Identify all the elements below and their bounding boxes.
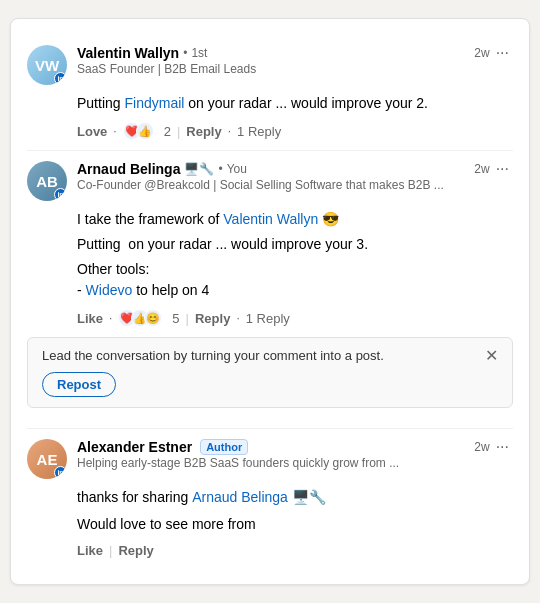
avatar-badge: in <box>54 72 67 85</box>
reply-count: 1 Reply <box>237 124 281 139</box>
reply-button[interactable]: Reply <box>195 311 230 326</box>
timestamp: 2w <box>474 440 489 454</box>
avatar-badge: in <box>54 188 67 201</box>
comment-block: VW in Valentin Wallyn • 1st 2w ··· SaaS … <box>27 35 513 151</box>
reaction-smile-icon: 😊 <box>144 309 162 327</box>
like-button[interactable]: Love <box>77 124 107 139</box>
degree: • <box>183 46 187 60</box>
reaction-count: 5 <box>172 311 179 326</box>
header-right: 2w ··· <box>474 161 513 177</box>
name-row: Valentin Wallyn • 1st 2w ··· <box>77 45 513 61</box>
author-name: Arnaud Belinga <box>77 161 180 177</box>
more-button[interactable]: ··· <box>492 161 513 177</box>
comments-card: VW in Valentin Wallyn • 1st 2w ··· SaaS … <box>10 18 530 585</box>
name-row: Arnaud Belinga 🖥️🔧 • You 2w ··· <box>77 161 513 177</box>
like-button[interactable]: Like <box>77 311 103 326</box>
name-row: Alexander Estner Author 2w ··· <box>77 439 513 455</box>
repost-text: Lead the conversation by turning your co… <box>42 348 485 363</box>
findymail-link[interactable]: Findymail <box>124 95 184 111</box>
author-subtitle: Helping early-stage B2B SaaS founders qu… <box>77 456 513 470</box>
header-info: Valentin Wallyn • 1st 2w ··· SaaS Founde… <box>77 45 513 76</box>
author-name: Alexander Estner <box>77 439 192 455</box>
valentin-link[interactable]: Valentin Wallyn <box>223 211 318 227</box>
header-info: Alexander Estner Author 2w ··· Helping e… <box>77 439 513 470</box>
author-name: Valentin Wallyn <box>77 45 179 61</box>
reaction-icons: ❤️ 👍 😊 <box>118 309 157 327</box>
comment-text: Putting Findymail on your radar ... woul… <box>77 93 513 114</box>
degree-label: 1st <box>191 46 207 60</box>
comment-body: thanks for sharing Arnaud Belinga 🖥️🔧 Wo… <box>77 487 513 535</box>
reaction-count: 2 <box>164 124 171 139</box>
comment-header: AE in Alexander Estner Author 2w ··· Hel… <box>27 439 513 479</box>
avatar: AE in <box>27 439 67 479</box>
actions-row: Like · ❤️ 👍 😊 5 | Reply · 1 Reply <box>77 309 513 327</box>
more-button[interactable]: ··· <box>492 439 513 455</box>
avatar-badge: in <box>54 466 67 479</box>
actions-row: Love · ❤️ 👍 2 | Reply · 1 Reply <box>77 122 513 140</box>
author-subtitle: Co-Founder @Breakcold | Social Selling S… <box>77 178 513 192</box>
author-badge: Author <box>200 439 248 455</box>
comment-header: AB in Arnaud Belinga 🖥️🔧 • You 2w ··· Co… <box>27 161 513 201</box>
header-right: 2w ··· <box>474 439 513 455</box>
timestamp: 2w <box>474 46 489 60</box>
comment-body: Putting Findymail on your radar ... woul… <box>77 93 513 114</box>
header-right: 2w ··· <box>474 45 513 61</box>
comment-text: thanks for sharing Arnaud Belinga 🖥️🔧 <box>77 487 513 508</box>
reaction-icons: ❤️ 👍 <box>123 122 149 140</box>
you-label: You <box>227 162 247 176</box>
avatar: VW in <box>27 45 67 85</box>
widevo-link[interactable]: Widevo <box>86 282 133 298</box>
comment-text-2: Would love to see more from <box>77 514 513 535</box>
repost-banner: Lead the conversation by turning your co… <box>27 337 513 408</box>
repost-banner-top: Lead the conversation by turning your co… <box>42 348 498 364</box>
reply-count: 1 Reply <box>246 311 290 326</box>
comment-text-3: Other tools:- Widevo to help on 4 <box>77 259 513 301</box>
repost-button[interactable]: Repost <box>42 372 116 397</box>
author-emoji: 🖥️🔧 <box>184 162 214 176</box>
comment-body: I take the framework of Valentin Wallyn … <box>77 209 513 301</box>
avatar: AB in <box>27 161 67 201</box>
comment-block: AB in Arnaud Belinga 🖥️🔧 • You 2w ··· Co… <box>27 151 513 429</box>
author-subtitle: SaaS Founder | B2B Email Leads <box>77 62 513 76</box>
comment-text-2: Putting on your radar ... would improve … <box>77 234 513 255</box>
close-button[interactable]: ✕ <box>485 348 498 364</box>
reply-button[interactable]: Reply <box>186 124 221 139</box>
more-button[interactable]: ··· <box>492 45 513 61</box>
like-button[interactable]: Like <box>77 543 103 558</box>
arnaud-link[interactable]: Arnaud Belinga <box>192 489 288 505</box>
timestamp: 2w <box>474 162 489 176</box>
reply-button[interactable]: Reply <box>118 543 153 558</box>
comment-block: AE in Alexander Estner Author 2w ··· Hel… <box>27 429 513 568</box>
comment-header: VW in Valentin Wallyn • 1st 2w ··· SaaS … <box>27 45 513 85</box>
comment-text: I take the framework of Valentin Wallyn … <box>77 209 513 230</box>
reaction-like-icon: 👍 <box>136 122 154 140</box>
header-info: Arnaud Belinga 🖥️🔧 • You 2w ··· Co-Found… <box>77 161 513 192</box>
actions-row: Like | Reply <box>77 543 513 558</box>
